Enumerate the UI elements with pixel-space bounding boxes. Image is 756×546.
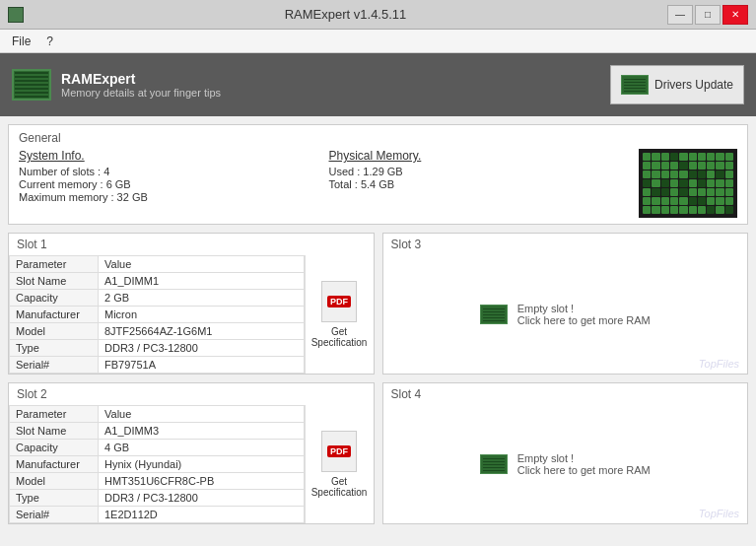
- table-row: Type DDR3 / PC3-12800: [10, 490, 305, 507]
- header-left: RAMExpert Memory details at your finger …: [12, 69, 221, 101]
- slot-2-param-3: Manufacturer: [10, 456, 99, 473]
- slot-3-empty-title: Empty slot !: [517, 303, 651, 314]
- slot-2-val-2: 4 GB: [99, 440, 305, 456]
- minimize-button[interactable]: —: [667, 5, 693, 25]
- table-row: Slot Name A1_DIMM1: [10, 273, 305, 290]
- ram-cell: [707, 188, 715, 196]
- slot-4-header: Slot 4: [383, 383, 748, 405]
- slot-1-param-0: Parameter: [10, 256, 99, 273]
- ram-cell: [670, 197, 678, 205]
- slot-2-param-4: Model: [10, 473, 99, 490]
- ram-cell: [643, 171, 651, 178]
- slot-3-section: Slot 3 Empty slot ! Click here to get mo…: [382, 233, 749, 375]
- slot-4-section: Slot 4 Empty slot ! Click here to get mo…: [382, 382, 749, 524]
- slot-1-val-2: 2 GB: [99, 290, 305, 307]
- slot-1-val-5: DDR3 / PC3-12800: [99, 340, 305, 357]
- table-row: Model 8JTF25664AZ-1G6M1: [10, 323, 305, 340]
- ram-cell: [689, 171, 697, 178]
- ram-cell: [698, 206, 706, 214]
- sys-info-row-3: Maximum memory : 32 GB: [19, 191, 309, 203]
- ram-cell: [661, 162, 669, 170]
- ram-cell: [725, 162, 733, 170]
- ram-cell: [716, 197, 723, 205]
- slot-1-param-1: Slot Name: [10, 273, 99, 290]
- slot-4-content: Empty slot ! Click here to get more RAM …: [383, 405, 748, 523]
- ram-cell: [725, 153, 733, 161]
- slot-2-param-1: Slot Name: [10, 423, 99, 440]
- slot-2-val-5: DDR3 / PC3-12800: [99, 490, 305, 507]
- ram-cell: [670, 153, 678, 161]
- ram-cell: [698, 197, 706, 205]
- ram-cell: [652, 153, 659, 161]
- drivers-update-label: Drivers Update: [654, 78, 733, 92]
- ram-cell: [643, 206, 651, 214]
- slot-1-param-6: Serial#: [10, 357, 99, 374]
- ram-cell: [689, 162, 697, 170]
- maximize-button[interactable]: □: [695, 5, 721, 25]
- ram-visual: [639, 149, 737, 218]
- ram-cell: [652, 171, 659, 178]
- close-button[interactable]: ✕: [722, 5, 748, 25]
- ram-cell: [698, 179, 706, 187]
- slot-2-param-2: Capacity: [10, 440, 99, 456]
- slot-3-content: Empty slot ! Click here to get more RAM …: [383, 255, 748, 374]
- ram-cell: [661, 188, 669, 196]
- table-row: Slot Name A1_DIMM3: [10, 423, 305, 440]
- header-icon-inner: [15, 72, 48, 98]
- header-text: RAMExpert Memory details at your finger …: [61, 71, 221, 99]
- ram-cell: [698, 162, 706, 170]
- menu-help[interactable]: ?: [38, 33, 61, 50]
- phys-mem-title: Physical Memory.: [329, 149, 620, 163]
- ram-cell: [707, 171, 715, 178]
- ram-cell: [661, 171, 669, 178]
- ram-cell: [643, 197, 651, 205]
- slot-3-empty[interactable]: Empty slot ! Click here to get more RAM: [383, 255, 748, 374]
- slot-4-empty[interactable]: Empty slot ! Click here to get more RAM: [383, 405, 748, 523]
- slot-2-val-6: 1E2D112D: [99, 507, 305, 523]
- ram-cell: [679, 171, 687, 178]
- table-row: Model HMT351U6CFR8C-PB: [10, 473, 305, 490]
- ram-cell: [725, 188, 733, 196]
- slot-1-pdf-button[interactable]: GetSpecification: [305, 255, 374, 374]
- window-controls: — □ ✕: [667, 5, 748, 25]
- ram-cell: [661, 179, 669, 187]
- ram-cell: [716, 206, 723, 214]
- table-row: Capacity 4 GB: [10, 440, 305, 456]
- ram-cell: [689, 206, 697, 214]
- slot-2-pdf-button[interactable]: GetSpecification: [305, 405, 374, 523]
- slot-4-empty-title: Empty slot !: [517, 452, 651, 464]
- slot-4-empty-subtext: Click here to get more RAM: [517, 464, 651, 476]
- ram-cell: [716, 188, 723, 196]
- ram-cell: [725, 197, 733, 205]
- table-row: Parameter Value: [10, 256, 305, 273]
- ram-cell: [707, 179, 715, 187]
- system-info: System Info. Number of slots : 4 Current…: [19, 149, 309, 204]
- drivers-update-button[interactable]: Drivers Update: [610, 65, 744, 104]
- table-row: Type DDR3 / PC3-12800: [10, 340, 305, 357]
- ram-cell: [670, 179, 678, 187]
- slot-2-param-5: Type: [10, 490, 99, 507]
- sys-info-title: System Info.: [19, 149, 309, 163]
- ram-cell: [707, 206, 715, 214]
- ram-cell: [707, 153, 715, 161]
- ram-cell: [707, 197, 715, 205]
- ram-cell: [652, 179, 659, 187]
- ram-cell: [679, 188, 687, 196]
- general-title: General: [19, 131, 737, 145]
- ram-cell: [698, 171, 706, 178]
- ram-cell: [661, 153, 669, 161]
- ram-cell: [652, 197, 659, 205]
- empty-slot-ram-icon: [480, 305, 508, 324]
- table-row: Manufacturer Micron: [10, 307, 305, 323]
- ram-cell: [643, 188, 651, 196]
- ram-cell: [716, 179, 723, 187]
- slot-2-val-3: Hynix (Hyundai): [99, 456, 305, 473]
- ram-cell: [698, 153, 706, 161]
- ram-cell: [689, 188, 697, 196]
- menu-file[interactable]: File: [4, 33, 38, 50]
- ram-cell: [670, 188, 678, 196]
- slot-1-val-1: A1_DIMM1: [99, 273, 305, 290]
- slot-2-param-6: Serial#: [10, 507, 99, 523]
- app-tagline: Memory details at your finger tips: [61, 87, 221, 99]
- title-bar: RAMExpert v1.4.5.11 — □ ✕: [0, 0, 756, 30]
